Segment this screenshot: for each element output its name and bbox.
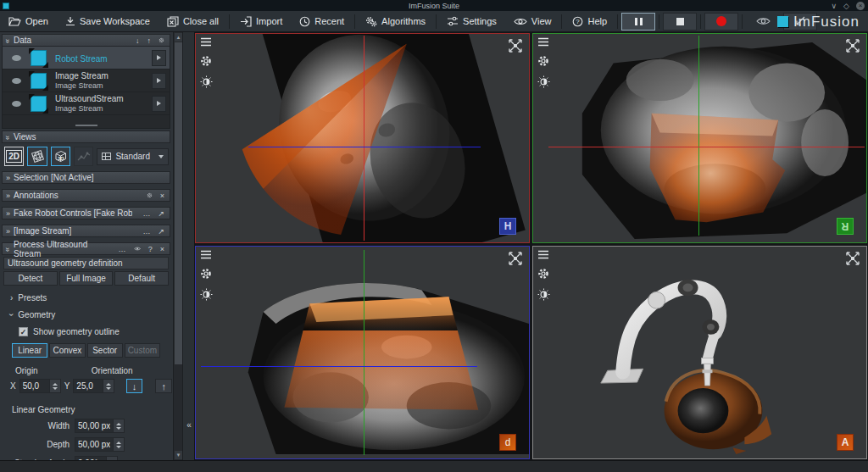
detect-button[interactable]: Detect (3, 271, 58, 286)
width-spinbox[interactable] (75, 419, 125, 433)
spinner-arrows[interactable] (113, 438, 124, 451)
geometry-type-custom-button[interactable]: Custom (125, 343, 160, 358)
play-stream-button[interactable] (152, 73, 166, 89)
expand-viewport-icon[interactable] (846, 252, 860, 265)
close-panel-icon[interactable]: × (159, 192, 166, 200)
crosshair-horizontal-blue[interactable] (248, 147, 481, 147)
brightness-contrast-icon[interactable] (537, 288, 550, 301)
brightness-contrast-icon[interactable] (200, 288, 213, 301)
presets-section-toggle[interactable]: › Presets (10, 293, 172, 303)
data-item-robot-stream[interactable]: Robot Stream (3, 47, 170, 69)
panel-resize-handle[interactable] (3, 122, 170, 128)
show-geometry-outline-checkbox[interactable]: ✓ Show geometry outline (19, 327, 172, 336)
settings-button[interactable]: Settings (438, 11, 505, 32)
visibility-eye-icon[interactable] (12, 78, 21, 84)
help-button[interactable]: ? Help (564, 11, 615, 32)
close-window-icon[interactable]: × (856, 2, 865, 10)
scrollbar-thumb[interactable] (175, 42, 182, 364)
viewport-settings-gear-icon[interactable] (537, 55, 549, 67)
expand-viewport-icon[interactable] (846, 39, 860, 53)
crosshair-horizontal-red[interactable] (548, 147, 865, 147)
visibility-toggle-button[interactable] (746, 13, 780, 31)
play-stream-button[interactable] (152, 96, 166, 112)
spinner-arrows[interactable] (113, 419, 124, 432)
brightness-contrast-icon[interactable] (200, 75, 213, 88)
open-button[interactable]: Open (0, 11, 57, 32)
layout-preset-dropdown[interactable]: Standard (97, 148, 169, 165)
orientation-up-button[interactable]: ↑ (155, 379, 172, 393)
close-all-button[interactable]: Close all (159, 11, 227, 32)
viewport-menu-icon[interactable] (200, 250, 212, 259)
expand-viewport-icon[interactable] (509, 252, 522, 265)
move-up-icon[interactable]: ↑ (146, 36, 153, 45)
full-image-button[interactable]: Full Image (59, 271, 114, 286)
view-slices-button[interactable] (27, 147, 47, 166)
origin-y-input[interactable] (74, 380, 103, 392)
annotations-gear-icon[interactable] (145, 191, 154, 200)
view-button[interactable]: View (505, 11, 560, 32)
panel-help-icon[interactable]: ? (147, 245, 154, 253)
brightness-contrast-icon[interactable] (537, 75, 550, 88)
origin-y-spinbox[interactable] (73, 379, 114, 393)
image-stream-panel-header[interactable]: » [Image Stream] … ↗ (2, 225, 170, 237)
crosshair-vertical-green[interactable] (698, 36, 699, 236)
maximize-icon[interactable]: ◇ (843, 2, 849, 10)
play-stream-button[interactable] (152, 50, 166, 66)
pause-button[interactable] (621, 13, 655, 31)
viewport-settings-gear-icon[interactable] (200, 55, 212, 67)
selection-panel-header[interactable]: » Selection [Not Active] (2, 171, 170, 184)
origin-x-spinbox[interactable] (19, 379, 61, 393)
more-options-icon[interactable]: … (117, 245, 128, 253)
stop-button[interactable] (663, 13, 697, 31)
depth-spinbox[interactable] (75, 437, 125, 452)
more-options-icon[interactable]: … (141, 227, 152, 236)
spinner-arrows[interactable] (103, 380, 114, 392)
width-input[interactable] (75, 419, 113, 432)
viewport-menu-icon[interactable] (200, 37, 212, 47)
close-panel-icon[interactable]: × (159, 245, 166, 253)
data-settings-gear-icon[interactable] (157, 36, 166, 45)
panel-eye-icon[interactable] (132, 245, 142, 253)
geometry-section-toggle[interactable]: › Geometry (10, 310, 172, 319)
geometry-type-convex-button[interactable]: Convex (49, 343, 85, 358)
sidebar-collapse-strip[interactable]: « (182, 32, 194, 460)
data-item-ultrasound-stream[interactable]: UltrasoundStream Image Stream (3, 92, 170, 115)
collapse-sidebar-icon[interactable]: « (183, 418, 195, 433)
viewport-3d-robot[interactable]: A (532, 246, 867, 459)
data-item-image-stream[interactable]: Image Stream Image Stream (3, 69, 170, 92)
recent-button[interactable]: Recent (291, 11, 353, 32)
view-2d-button[interactable]: 2D (4, 147, 24, 166)
viewport-settings-gear-icon[interactable] (537, 268, 549, 280)
depth-input[interactable] (75, 438, 113, 451)
geometry-type-sector-button[interactable]: Sector (87, 343, 123, 358)
viewport-menu-icon[interactable] (537, 37, 549, 47)
data-panel-header[interactable]: » Data ↓ ↑ (2, 34, 170, 47)
view-3d-button[interactable]: 3D (51, 147, 70, 166)
visibility-eye-icon[interactable] (12, 101, 21, 107)
save-workspace-button[interactable]: Save Workspace (57, 11, 159, 32)
popout-icon[interactable]: ↗ (156, 209, 166, 218)
scroll-up-icon[interactable]: ▲ (175, 33, 182, 42)
viewport-menu-icon[interactable] (537, 250, 549, 259)
viewport-axial[interactable]: H (195, 33, 530, 243)
default-button[interactable]: Default (114, 271, 169, 286)
orientation-down-button[interactable]: ↓ (126, 379, 143, 393)
viewport-sagittal[interactable]: R (532, 33, 867, 243)
sidebar-scrollbar[interactable]: ▲ ▼ (173, 32, 182, 460)
move-down-icon[interactable]: ↓ (134, 36, 142, 45)
origin-x-input[interactable] (20, 380, 49, 392)
annotations-panel-header[interactable]: » Annotations × (2, 189, 170, 202)
import-button[interactable]: Import (231, 11, 291, 32)
crosshair-vertical-green[interactable] (364, 250, 364, 455)
views-panel-header[interactable]: » Views (2, 130, 170, 143)
minimize-icon[interactable]: ∨ (831, 2, 837, 10)
popout-icon[interactable]: ↗ (156, 227, 166, 236)
viewport-settings-gear-icon[interactable] (200, 268, 212, 280)
crosshair-horizontal-blue[interactable] (201, 366, 477, 367)
viewport-coronal[interactable]: d (195, 246, 530, 459)
crosshair-vertical-red[interactable] (364, 36, 364, 241)
visibility-eye-icon[interactable] (12, 55, 21, 61)
algorithms-button[interactable]: Algorithms (357, 11, 434, 32)
fake-robot-controls-panel-header[interactable]: » Fake Robot Controls [Fake Robot State … (2, 207, 170, 219)
record-button[interactable] (704, 13, 738, 31)
